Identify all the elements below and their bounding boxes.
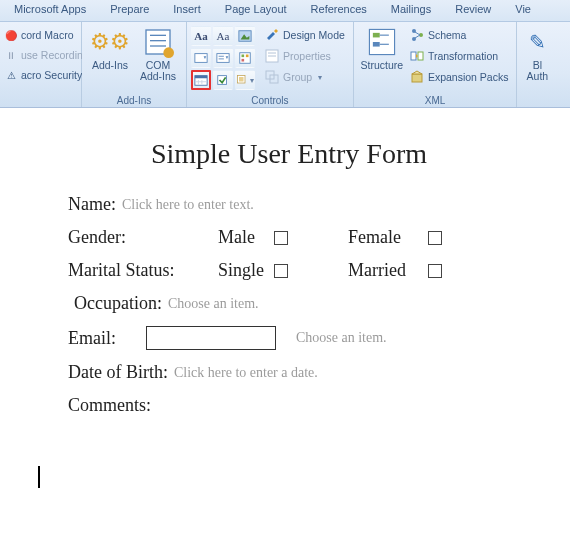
gender-female-checkbox[interactable] (428, 231, 442, 245)
group-code: 🔴 cord Macro ⏸ use Recording ⚠ acro Secu… (0, 22, 82, 107)
svg-rect-24 (239, 77, 244, 82)
dob-placeholder[interactable]: Click here to enter a date. (174, 365, 318, 381)
group-icon (265, 70, 279, 84)
ribbon: 🔴 cord Macro ⏸ use Recording ⚠ acro Secu… (0, 22, 570, 108)
record-macro-label: cord Macro (21, 29, 74, 41)
occupation-label: Occupation: (74, 293, 162, 314)
text-cursor (38, 466, 40, 488)
schema-button[interactable]: Schema (406, 25, 513, 45)
group-xml: Structure Schema Transformation (354, 22, 518, 107)
svg-rect-18 (195, 76, 207, 79)
email-row: Email: Choose an item. (68, 320, 510, 356)
svg-rect-13 (240, 53, 251, 64)
svg-marker-46 (412, 71, 422, 74)
record-macro-button[interactable]: 🔴 cord Macro (4, 26, 74, 44)
marital-single-checkbox[interactable] (274, 264, 288, 278)
svg-rect-33 (373, 33, 380, 38)
group-controls-label: Controls (191, 94, 349, 107)
svg-rect-42 (411, 52, 416, 60)
combo-box-control-button[interactable] (191, 48, 211, 68)
macro-security-button[interactable]: ⚠ acro Security (4, 66, 82, 84)
tab-page-layout[interactable]: Page Layout (213, 0, 299, 21)
dropdown-list-control-button[interactable] (213, 48, 233, 68)
macro-security-label: acro Security (21, 69, 82, 81)
group-controls: Aa Aa (187, 22, 354, 107)
rich-text-control-button[interactable]: Aa (191, 26, 211, 46)
properties-button: Properties (261, 46, 349, 66)
expansion-icon (410, 70, 424, 84)
tab-mailings[interactable]: Mailings (379, 0, 443, 21)
properties-label: Properties (283, 50, 331, 62)
structure-icon (366, 26, 398, 58)
tab-microsoft-apps[interactable]: Microsoft Apps (2, 0, 98, 21)
occupation-placeholder[interactable]: Choose an item. (168, 296, 259, 312)
gender-male-label: Male (218, 227, 274, 248)
expansion-packs-button[interactable]: Expansion Packs (406, 67, 513, 87)
svg-line-40 (415, 32, 420, 35)
pause-recording-label: use Recording (21, 49, 82, 61)
svg-line-41 (415, 35, 420, 38)
name-row: Name: Click here to enter text. (68, 188, 510, 221)
marital-label: Marital Status: (68, 260, 218, 281)
marital-row: Marital Status: Single Married (68, 254, 510, 287)
tab-view[interactable]: Vie (503, 0, 543, 21)
svg-rect-45 (412, 74, 422, 82)
com-addins-label: COM Add-Ins (140, 60, 176, 82)
addins-button[interactable]: ⚙⚙ Add-Ins (86, 24, 134, 71)
group-addins-label: Add-Ins (86, 94, 182, 107)
transformation-button[interactable]: Transformation (406, 46, 513, 66)
legacy-tools-button[interactable]: ▾ (235, 70, 255, 90)
picture-control-button[interactable] (235, 26, 255, 46)
list-icon (142, 26, 174, 58)
transformation-label: Transformation (428, 50, 498, 62)
svg-point-4 (163, 47, 174, 58)
group-xml-label: XML (358, 94, 513, 107)
document-area: Simple User Entry Form Name: Click here … (0, 108, 570, 488)
marital-married-checkbox[interactable] (428, 264, 442, 278)
comments-label: Comments: (68, 395, 151, 416)
gears-icon: ⚙⚙ (94, 26, 126, 58)
group-right-cut: ✎ Bl Auth (517, 22, 557, 107)
design-mode-label: Design Mode (283, 29, 345, 41)
building-block-control-button[interactable] (235, 48, 255, 68)
design-mode-button[interactable]: Design Mode (261, 25, 349, 45)
gender-male-checkbox[interactable] (274, 231, 288, 245)
email-placeholder[interactable]: Choose an item. (296, 330, 387, 346)
pause-recording-button[interactable]: ⏸ use Recording (4, 46, 82, 64)
record-icon: 🔴 (4, 28, 18, 42)
blog-button[interactable]: ✎ Bl Auth (521, 24, 553, 82)
gender-row: Gender: Male Female (68, 221, 510, 254)
group-label: Group (283, 71, 312, 83)
security-icon: ⚠ (4, 68, 18, 82)
svg-rect-34 (373, 42, 380, 47)
tab-review[interactable]: Review (443, 0, 503, 21)
email-input[interactable] (146, 326, 276, 350)
form-title: Simple User Entry Form (68, 130, 510, 188)
expansion-label: Expansion Packs (428, 71, 509, 83)
name-placeholder[interactable]: Click here to enter text. (122, 197, 254, 213)
com-addins-button[interactable]: COM Add-Ins (134, 24, 182, 82)
ribbon-tabs: Microsoft Apps Prepare Insert Page Layou… (0, 0, 570, 22)
design-mode-icon (265, 28, 279, 42)
svg-rect-43 (418, 52, 423, 60)
tab-prepare[interactable]: Prepare (98, 0, 161, 21)
schema-icon (410, 28, 424, 42)
structure-label: Structure (361, 60, 404, 71)
plain-text-control-button[interactable]: Aa (213, 26, 233, 46)
svg-marker-26 (274, 29, 278, 33)
controls-gallery: Aa Aa (191, 24, 255, 90)
document: Simple User Entry Form Name: Click here … (30, 130, 540, 422)
svg-rect-15 (246, 55, 249, 58)
checkbox-control-button[interactable] (213, 70, 233, 90)
controls-options: Design Mode Properties Group ▾ (261, 24, 349, 87)
tab-references[interactable]: References (299, 0, 379, 21)
schema-label: Schema (428, 29, 467, 41)
structure-button[interactable]: Structure (358, 24, 406, 71)
gender-label: Gender: (68, 227, 218, 248)
date-picker-control-button[interactable] (191, 70, 211, 90)
group-button: Group ▾ (261, 67, 349, 87)
xml-options: Schema Transformation Expansion Packs (406, 24, 513, 87)
tab-insert[interactable]: Insert (161, 0, 213, 21)
marital-single-label: Single (218, 260, 274, 281)
svg-rect-14 (242, 55, 245, 58)
